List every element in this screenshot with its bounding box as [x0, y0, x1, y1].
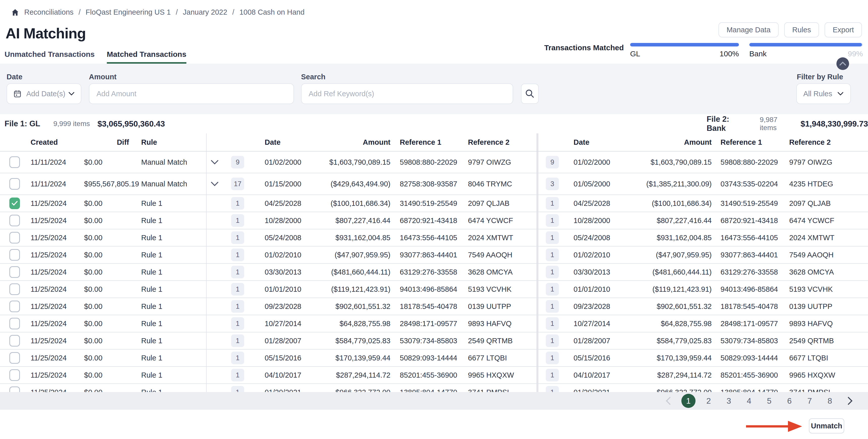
expand-row-button[interactable]: [207, 321, 223, 326]
row-checkbox[interactable]: [9, 352, 20, 364]
table-row[interactable]: 11/25/2024 $0.00 Rule 1 1 05/15/2016 $17…: [0, 350, 868, 367]
expand-row-button[interactable]: [207, 287, 223, 292]
row-checkbox[interactable]: [9, 283, 20, 295]
gl-match-count-badge: 1: [231, 266, 244, 278]
table-row[interactable]: 11/25/2024 $0.00 Rule 1 1 04/10/2017 $28…: [0, 367, 868, 384]
table-row[interactable]: 11/25/2024 $0.00 Rule 1 1 04/25/2028 ($1…: [0, 195, 868, 212]
table-row[interactable]: 11/25/2024 $0.00 Rule 1 1 01/28/2007 $58…: [0, 333, 868, 350]
row-checkbox[interactable]: [9, 335, 20, 347]
page-button-2[interactable]: 2: [702, 394, 716, 408]
created-cell: 11/11/2024: [31, 158, 84, 166]
previous-page-button[interactable]: [661, 394, 675, 408]
expand-row-button[interactable]: [207, 181, 223, 186]
expand-row-button[interactable]: [207, 304, 223, 309]
collapse-panel-button[interactable]: [836, 57, 849, 70]
gl-progress-bar: GL 100%: [630, 43, 739, 58]
rule-cell: Rule 1: [141, 388, 206, 392]
page-button-3[interactable]: 3: [722, 394, 736, 408]
table-row[interactable]: 11/25/2024 $0.00 Rule 1 1 10/27/2014 $64…: [0, 315, 868, 333]
rule-cell: Rule 1: [141, 354, 206, 362]
expand-row-button[interactable]: [207, 160, 223, 165]
breadcrumb-item[interactable]: FloQast Engineering US 1: [86, 8, 171, 17]
chevron-up-icon: [839, 61, 846, 66]
rule-filter-dropdown[interactable]: All Rules: [796, 83, 851, 104]
table-row[interactable]: 11/25/2024 $0.00 Rule 1 1 01/20/2021 $96…: [0, 384, 868, 392]
row-checkbox[interactable]: [9, 232, 20, 244]
breadcrumb-separator: /: [232, 8, 235, 17]
rule-cell: Rule 1: [141, 337, 206, 345]
row-checkbox[interactable]: [9, 318, 20, 330]
date-filter-label: Date: [6, 73, 23, 81]
search-button[interactable]: [521, 84, 539, 104]
expand-row-button[interactable]: [207, 235, 223, 240]
add-dates-button[interactable]: Add Date(s): [6, 83, 81, 104]
table-row[interactable]: 11/25/2024 $0.00 Rule 1 1 10/28/2000 $80…: [0, 212, 868, 229]
gl-reference2-cell: 7549 AAOQH: [462, 251, 536, 259]
row-checkbox[interactable]: [9, 301, 20, 312]
table-divider: [536, 281, 538, 297]
header-gl-amount: Amount: [303, 138, 394, 147]
page-button-5[interactable]: 5: [762, 394, 776, 408]
table-row[interactable]: 11/25/2024 $0.00 Rule 1 1 01/01/2010 ($1…: [0, 281, 868, 298]
gl-amount-cell: $170,139,959.44: [303, 354, 394, 362]
rules-button[interactable]: Rules: [784, 22, 819, 37]
bank-amount-cell: ($47,907,959.95): [617, 251, 715, 259]
page-button-8[interactable]: 8: [823, 394, 837, 408]
next-page-button[interactable]: [843, 394, 857, 408]
bank-date-cell: 01/20/2021: [566, 388, 617, 392]
row-checkbox[interactable]: [9, 249, 20, 261]
table-row[interactable]: 11/25/2024 $0.00 Rule 1 1 01/02/2010 ($4…: [0, 247, 868, 264]
manage-data-button[interactable]: Manage Data: [718, 22, 779, 37]
row-checkbox[interactable]: [9, 266, 20, 278]
table-row[interactable]: 11/25/2024 $0.00 Rule 1 1 03/30/2013 ($4…: [0, 264, 868, 281]
expand-row-button[interactable]: [207, 270, 223, 275]
table-row[interactable]: 11/25/2024 $0.00 Rule 1 1 09/23/2028 $90…: [0, 298, 868, 315]
bank-date-cell: 04/10/2017: [566, 371, 617, 379]
diff-cell: $0.00: [84, 354, 141, 362]
rule-cell: Rule 1: [141, 319, 206, 328]
search-input[interactable]: [301, 83, 513, 104]
bank-date-cell: 05/24/2008: [566, 233, 617, 242]
page-button-1[interactable]: 1: [681, 394, 695, 408]
expand-row-button[interactable]: [207, 390, 223, 392]
table-row[interactable]: 11/11/2024 $0.00 Manual Match 9 01/02/20…: [0, 152, 868, 173]
breadcrumb-item[interactable]: Reconciliations: [24, 8, 73, 17]
row-checkbox[interactable]: [9, 369, 20, 381]
page-button-6[interactable]: 6: [782, 394, 797, 408]
tab-unmatched-transactions[interactable]: Unmatched Transactions: [4, 50, 95, 64]
gl-reference2-cell: 2549 QRTMB: [462, 337, 536, 345]
amount-input[interactable]: [89, 83, 294, 104]
expand-row-button[interactable]: [207, 355, 223, 360]
file2-items: 9,987 items: [760, 116, 793, 132]
bank-reference1-cell: 13895:804-14770: [715, 388, 784, 392]
row-checkbox[interactable]: [9, 156, 20, 168]
table-divider: [536, 264, 538, 280]
home-icon[interactable]: [11, 8, 19, 17]
expand-row-button[interactable]: [207, 373, 223, 378]
page-button-7[interactable]: 7: [803, 394, 817, 408]
gl-reference1-cell: 59808:880-22029: [394, 158, 462, 166]
expand-row-button[interactable]: [207, 252, 223, 257]
row-checkbox[interactable]: [9, 197, 20, 209]
page-button-4[interactable]: 4: [742, 394, 756, 408]
expand-row-button[interactable]: [207, 201, 223, 206]
tab-matched-transactions[interactable]: Matched Transactions: [107, 50, 186, 64]
table-row[interactable]: 11/11/2024 $955,567,805.19 Manual Match …: [0, 173, 868, 195]
row-checkbox[interactable]: [9, 386, 20, 392]
unmatch-button[interactable]: Unmatch: [809, 418, 844, 434]
table-divider: [536, 367, 538, 383]
file1-items: 9,999 items: [53, 120, 90, 128]
expand-row-button[interactable]: [207, 218, 223, 223]
breadcrumb-item[interactable]: January 2022: [183, 8, 227, 17]
table-row[interactable]: 11/25/2024 $0.00 Rule 1 1 05/24/2008 $93…: [0, 229, 868, 247]
gl-match-count-badge: 17: [231, 178, 244, 190]
row-checkbox[interactable]: [9, 215, 20, 226]
table-divider: [536, 152, 538, 173]
row-checkbox[interactable]: [9, 178, 20, 190]
export-button[interactable]: Export: [825, 22, 862, 37]
ai-matching-page: Reconciliations/FloQast Engineering US 1…: [0, 0, 868, 439]
search-filter-label: Search: [301, 73, 326, 81]
created-cell: 11/25/2024: [31, 354, 84, 362]
diff-cell: $0.00: [84, 199, 141, 208]
expand-row-button[interactable]: [207, 338, 223, 343]
